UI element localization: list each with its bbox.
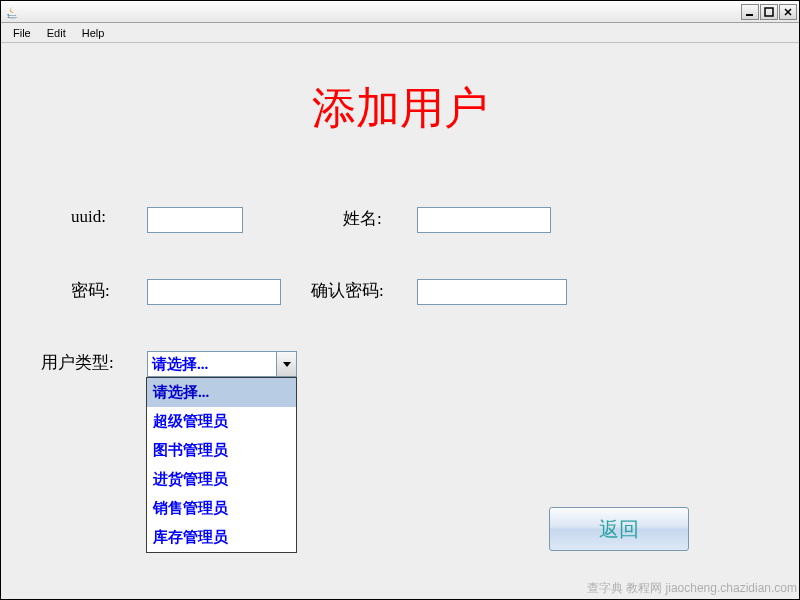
user-type-option[interactable]: 超级管理员 <box>147 407 296 436</box>
menu-help[interactable]: Help <box>74 25 113 41</box>
user-type-option[interactable]: 请选择... <box>147 378 296 407</box>
user-type-dropdown-button[interactable] <box>277 351 297 377</box>
confirm-password-field[interactable] <box>417 279 567 305</box>
watermark: 查字典 教程网 jiaocheng.chazidian.com <box>587 580 797 597</box>
password-field[interactable] <box>147 279 281 305</box>
user-type-option[interactable]: 进货管理员 <box>147 465 296 494</box>
titlebar <box>1 1 799 23</box>
svg-rect-0 <box>746 14 753 16</box>
confirm-password-label: 确认密码: <box>311 279 403 302</box>
menubar: File Edit Help <box>1 23 799 43</box>
close-button[interactable] <box>779 4 797 20</box>
user-type-option[interactable]: 图书管理员 <box>147 436 296 465</box>
minimize-button[interactable] <box>741 4 759 20</box>
user-type-option[interactable]: 库存管理员 <box>147 523 296 552</box>
back-button[interactable]: 返回 <box>549 507 689 551</box>
window-controls <box>740 4 797 20</box>
svg-rect-1 <box>765 8 773 16</box>
content-pane: 添加用户 uuid: 姓名: 密码: 确认密码: 用户类型: 请选择... 请选… <box>1 43 799 599</box>
password-label: 密码: <box>71 279 131 302</box>
user-type-dropdown-list: 请选择... 超级管理员 图书管理员 进货管理员 销售管理员 库存管理员 <box>146 377 297 553</box>
java-icon <box>5 4 21 20</box>
menu-edit[interactable]: Edit <box>39 25 74 41</box>
uuid-field[interactable] <box>147 207 243 233</box>
user-type-option[interactable]: 销售管理员 <box>147 494 296 523</box>
window-frame: File Edit Help 添加用户 uuid: 姓名: 密码: 确认密码: … <box>0 0 800 600</box>
user-type-combobox[interactable]: 请选择... <box>147 351 297 377</box>
uuid-label: uuid: <box>71 207 131 227</box>
titlebar-left <box>3 4 25 20</box>
maximize-button[interactable] <box>760 4 778 20</box>
user-type-selected[interactable]: 请选择... <box>147 351 277 377</box>
name-label: 姓名: <box>343 207 403 230</box>
user-type-label: 用户类型: <box>41 351 131 374</box>
page-title: 添加用户 <box>1 79 799 138</box>
menu-file[interactable]: File <box>5 25 39 41</box>
name-field[interactable] <box>417 207 551 233</box>
